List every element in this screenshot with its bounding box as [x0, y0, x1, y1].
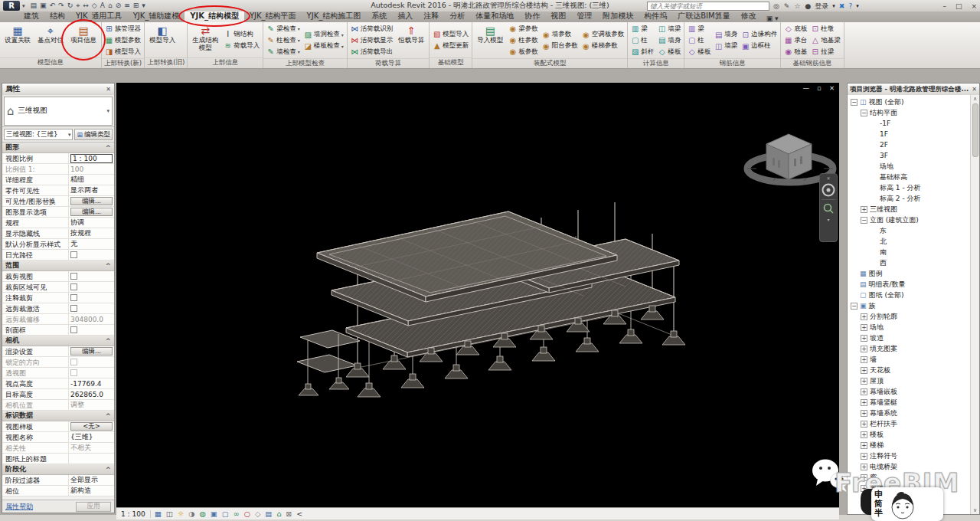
property-value[interactable]: 262865.0 — [68, 389, 114, 399]
property-value[interactable] — [68, 303, 114, 313]
thin-lines-icon[interactable]: ≡ — [124, 1, 130, 11]
ribbon-button[interactable]: ◇底板 — [782, 23, 808, 34]
property-value[interactable]: {三维} — [68, 432, 114, 442]
expand-arrow-icon[interactable]: < — [296, 509, 302, 519]
collapse-icon[interactable]: ^ — [105, 262, 111, 270]
property-checkbox[interactable] — [70, 283, 77, 290]
property-group-header[interactable]: 图形^ — [2, 143, 114, 153]
ribbon-button[interactable]: ◉墙参数 — [541, 29, 580, 41]
ribbon-button[interactable]: ◨模型导入 — [103, 46, 142, 57]
ribbon-button[interactable]: ▦设置关联 — [2, 23, 34, 57]
ribbon-button[interactable]: ⊡边缘构件 — [740, 29, 779, 41]
ribbon-button[interactable]: ▧模型导入 — [431, 28, 470, 40]
ribbon-button[interactable]: ◉楼梯参数 — [580, 41, 626, 52]
redo-icon[interactable]: ↷ — [58, 1, 64, 11]
property-value[interactable]: 1 : 100 — [68, 153, 114, 163]
tree-item[interactable]: ▢图纸 (全部) — [848, 290, 970, 300]
ribbon-button[interactable]: ◉独基 — [782, 46, 808, 57]
property-value[interactable] — [68, 325, 114, 335]
property-value[interactable] — [68, 250, 114, 260]
tree-item[interactable]: 3F — [848, 150, 970, 161]
expand-plus-icon[interactable]: + — [861, 474, 867, 481]
render-icon[interactable]: ◍ — [199, 509, 205, 519]
ribbon-button[interactable]: ◉空调板参数 — [580, 29, 626, 41]
expand-plus-icon[interactable]: + — [861, 335, 867, 342]
property-checkbox[interactable] — [70, 369, 77, 376]
ribbon-button[interactable]: ◉板参数 — [507, 46, 540, 57]
expand-plus-icon[interactable]: + — [861, 367, 867, 374]
collapse-icon[interactable]: ^ — [105, 144, 111, 152]
property-edit-button[interactable]: <无> — [70, 422, 113, 431]
restore-icon[interactable]: □ — [956, 2, 962, 10]
tree-item[interactable]: 标高 2 - 分析 — [848, 193, 970, 204]
view-scale-button[interactable]: 1 : 100 — [119, 510, 151, 518]
close-icon[interactable]: × — [971, 2, 977, 10]
property-input[interactable]: 1 : 100 — [70, 154, 113, 163]
navbar-more-icon[interactable]: ▾ — [827, 217, 829, 222]
ribbon-button[interactable]: ◧模型导入 — [146, 23, 178, 57]
tree-item[interactable]: +窗 — [848, 472, 970, 483]
property-value[interactable] — [68, 293, 114, 303]
ribbon-button[interactable]: ⇑恒载导算 — [395, 23, 427, 57]
constraints-icon[interactable]: ⊠ — [286, 509, 292, 519]
tree-item[interactable]: +幕墙竖梃 — [848, 397, 970, 408]
tree-item[interactable]: +幕墙系统 — [848, 408, 970, 418]
tree-item[interactable]: 1F — [848, 129, 970, 139]
type-dropdown-icon[interactable]: ▾ — [106, 108, 109, 114]
expand-plus-icon[interactable]: + — [861, 431, 867, 438]
tree-item[interactable]: +填充图案 — [848, 343, 970, 354]
tree-item[interactable]: 南 — [848, 247, 970, 257]
property-group-header[interactable]: 相机^ — [2, 336, 114, 346]
ribbon-button[interactable]: △地基梁 — [809, 34, 842, 46]
ribbon-button[interactable]: ◉阳台参数 — [541, 41, 580, 52]
property-value[interactable]: 304800.0 — [68, 314, 114, 324]
ribbon-button[interactable]: ▣边框柱 — [740, 41, 779, 52]
scroll-down-icon[interactable]: ∨ — [973, 507, 977, 513]
property-value[interactable]: 全部显示 — [68, 475, 114, 485]
exchange-apps-icon[interactable]: ✖ — [839, 2, 845, 10]
ribbon-button[interactable]: ◫墙梁 — [713, 41, 739, 52]
ribbon-tab[interactable]: 体量和场地 — [470, 10, 519, 22]
modify-panel-icon[interactable]: ▣ ▾ — [766, 15, 779, 22]
ribbon-tab[interactable]: 注释 — [418, 10, 444, 22]
signin-dropdown-icon[interactable]: ▾ — [832, 3, 835, 9]
tree-item[interactable]: +三维视图 — [848, 204, 970, 215]
ribbon-button[interactable]: ▦模型参数 — [103, 34, 142, 46]
crop-region-icon[interactable]: ▢ — [222, 509, 229, 519]
tree-item[interactable]: +注释符号 — [848, 451, 970, 461]
ribbon-button[interactable]: ≋荷载导入 — [222, 40, 261, 51]
expand-plus-icon[interactable]: + — [861, 356, 867, 363]
property-value[interactable]: 精细 — [68, 175, 114, 185]
collapse-icon[interactable]: ^ — [105, 337, 111, 345]
view-restore-icon[interactable]: ▫ — [817, 84, 822, 92]
collapse-minus-icon[interactable]: − — [851, 303, 858, 310]
analytical-model-icon[interactable]: ⌂ — [276, 509, 281, 519]
property-edit-button[interactable]: 编辑... — [70, 208, 113, 216]
browser-scrollbar[interactable]: ∧ ∨ — [970, 95, 979, 514]
expand-plus-icon[interactable]: + — [861, 464, 867, 470]
tree-item[interactable]: 基础标高 — [848, 172, 970, 182]
worksharing-icon[interactable]: ◇ — [255, 509, 260, 519]
collapse-minus-icon[interactable]: − — [861, 110, 867, 116]
expand-plus-icon[interactable]: + — [861, 453, 867, 460]
ribbon-button[interactable]: ⋈活荷载导出 — [349, 46, 395, 57]
project-browser-close-icon[interactable]: ✕ — [972, 86, 977, 93]
properties-help-link[interactable]: 属性帮助 — [5, 502, 33, 512]
undo-icon[interactable]: ↶ — [50, 1, 56, 11]
property-value[interactable]: 100 — [68, 164, 114, 174]
property-checkbox[interactable] — [70, 359, 77, 365]
navigation-bar[interactable]: ✕ ▾ — [819, 173, 838, 242]
steering-wheel-icon[interactable] — [822, 183, 835, 197]
minimize-icon[interactable]: – — [942, 2, 946, 10]
ribbon-tab[interactable]: 插入 — [392, 10, 418, 22]
property-value[interactable]: 编辑... — [68, 196, 114, 206]
measure-icon[interactable]: ⌖ — [76, 1, 80, 11]
search-input[interactable] — [647, 2, 769, 11]
ribbon-tab[interactable]: 协作 — [519, 10, 545, 22]
property-checkbox[interactable] — [70, 326, 77, 333]
property-value[interactable]: 按规程 — [68, 228, 114, 238]
tree-item[interactable]: −立面 (建筑立面) — [848, 215, 970, 225]
expand-plus-icon[interactable]: + — [861, 324, 867, 331]
help-icon[interactable]: ? — [848, 2, 852, 10]
property-value[interactable]: <无> — [68, 421, 114, 431]
